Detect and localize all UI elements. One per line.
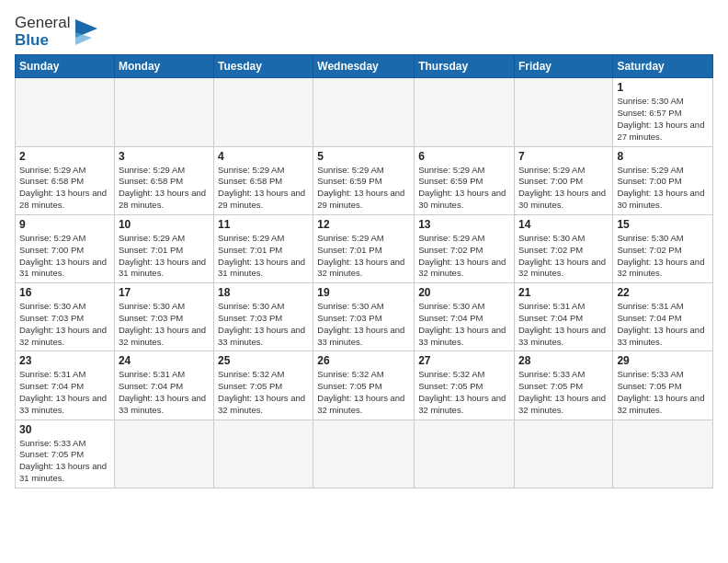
calendar-cell: 16Sunrise: 5:30 AM Sunset: 7:03 PM Dayli… [16, 283, 115, 351]
calendar-week-row: 9Sunrise: 5:29 AM Sunset: 7:00 PM Daylig… [16, 214, 713, 282]
calendar-cell [114, 419, 213, 488]
calendar-cell: 18Sunrise: 5:30 AM Sunset: 7:03 PM Dayli… [214, 283, 313, 351]
day-number: 12 [317, 218, 410, 231]
calendar-cell: 9Sunrise: 5:29 AM Sunset: 7:00 PM Daylig… [16, 214, 115, 282]
calendar-cell: 30Sunrise: 5:33 AM Sunset: 7:05 PM Dayli… [16, 419, 115, 488]
day-info: Sunrise: 5:33 AM Sunset: 7:05 PM Dayligh… [617, 369, 709, 416]
day-info: Sunrise: 5:31 AM Sunset: 7:04 PM Dayligh… [518, 301, 609, 348]
day-number: 18 [218, 286, 309, 299]
calendar-cell: 26Sunrise: 5:32 AM Sunset: 7:05 PM Dayli… [313, 351, 415, 419]
weekday-header-tuesday: Tuesday [214, 55, 313, 78]
logo: General Blue [15, 15, 105, 49]
calendar-cell: 5Sunrise: 5:29 AM Sunset: 6:59 PM Daylig… [313, 146, 415, 214]
day-number: 9 [19, 218, 110, 231]
calendar-cell: 24Sunrise: 5:31 AM Sunset: 7:04 PM Dayli… [114, 351, 213, 419]
calendar-week-row: 30Sunrise: 5:33 AM Sunset: 7:05 PM Dayli… [16, 419, 713, 488]
day-info: Sunrise: 5:29 AM Sunset: 6:59 PM Dayligh… [418, 165, 510, 212]
calendar-cell [313, 78, 415, 146]
day-info: Sunrise: 5:30 AM Sunset: 7:03 PM Dayligh… [218, 301, 309, 348]
day-info: Sunrise: 5:29 AM Sunset: 6:58 PM Dayligh… [19, 165, 110, 212]
day-info: Sunrise: 5:30 AM Sunset: 6:57 PM Dayligh… [617, 96, 709, 143]
day-number: 11 [218, 218, 309, 231]
day-number: 2 [19, 150, 110, 163]
day-number: 1 [617, 81, 709, 94]
day-info: Sunrise: 5:29 AM Sunset: 7:00 PM Dayligh… [518, 165, 609, 212]
day-info: Sunrise: 5:33 AM Sunset: 7:05 PM Dayligh… [19, 438, 110, 485]
day-number: 19 [317, 286, 410, 299]
day-info: Sunrise: 5:29 AM Sunset: 7:00 PM Dayligh… [19, 233, 110, 280]
calendar-cell: 4Sunrise: 5:29 AM Sunset: 6:58 PM Daylig… [214, 146, 313, 214]
calendar-cell [514, 78, 612, 146]
calendar-cell [214, 78, 313, 146]
day-info: Sunrise: 5:30 AM Sunset: 7:04 PM Dayligh… [418, 301, 510, 348]
calendar-cell [313, 419, 415, 488]
day-number: 23 [19, 354, 110, 367]
day-info: Sunrise: 5:29 AM Sunset: 6:58 PM Dayligh… [119, 165, 210, 212]
day-info: Sunrise: 5:30 AM Sunset: 7:03 PM Dayligh… [119, 301, 210, 348]
day-info: Sunrise: 5:31 AM Sunset: 7:04 PM Dayligh… [119, 369, 210, 416]
day-number: 8 [617, 150, 709, 163]
calendar-cell [214, 419, 313, 488]
day-info: Sunrise: 5:29 AM Sunset: 6:58 PM Dayligh… [218, 165, 309, 212]
calendar-cell: 12Sunrise: 5:29 AM Sunset: 7:01 PM Dayli… [313, 214, 415, 282]
day-number: 21 [518, 286, 609, 299]
calendar-cell: 6Sunrise: 5:29 AM Sunset: 6:59 PM Daylig… [415, 146, 515, 214]
day-number: 3 [119, 150, 210, 163]
day-number: 26 [317, 354, 410, 367]
calendar-cell: 29Sunrise: 5:33 AM Sunset: 7:05 PM Dayli… [613, 351, 713, 419]
calendar-cell: 20Sunrise: 5:30 AM Sunset: 7:04 PM Dayli… [415, 283, 515, 351]
generalblue-logo-icon [72, 16, 105, 49]
calendar-week-row: 23Sunrise: 5:31 AM Sunset: 7:04 PM Dayli… [16, 351, 713, 419]
calendar-cell: 19Sunrise: 5:30 AM Sunset: 7:03 PM Dayli… [313, 283, 415, 351]
calendar-cell: 3Sunrise: 5:29 AM Sunset: 6:58 PM Daylig… [114, 146, 213, 214]
calendar-cell [415, 419, 515, 488]
day-info: Sunrise: 5:33 AM Sunset: 7:05 PM Dayligh… [518, 369, 609, 416]
weekday-header-sunday: Sunday [16, 55, 115, 78]
weekday-header-row: SundayMondayTuesdayWednesdayThursdayFrid… [16, 55, 713, 78]
calendar-cell: 10Sunrise: 5:29 AM Sunset: 7:01 PM Dayli… [114, 214, 213, 282]
weekday-header-thursday: Thursday [415, 55, 515, 78]
day-info: Sunrise: 5:29 AM Sunset: 7:01 PM Dayligh… [119, 233, 210, 280]
calendar-cell [613, 419, 713, 488]
day-info: Sunrise: 5:32 AM Sunset: 7:05 PM Dayligh… [418, 369, 510, 416]
day-info: Sunrise: 5:29 AM Sunset: 7:02 PM Dayligh… [418, 233, 510, 280]
calendar-cell: 15Sunrise: 5:30 AM Sunset: 7:02 PM Dayli… [613, 214, 713, 282]
day-info: Sunrise: 5:30 AM Sunset: 7:03 PM Dayligh… [317, 301, 410, 348]
calendar-cell: 23Sunrise: 5:31 AM Sunset: 7:04 PM Dayli… [16, 351, 115, 419]
day-number: 7 [518, 150, 609, 163]
day-number: 6 [418, 150, 510, 163]
calendar-table: SundayMondayTuesdayWednesdayThursdayFrid… [15, 54, 713, 488]
day-number: 30 [19, 423, 110, 436]
day-info: Sunrise: 5:29 AM Sunset: 6:59 PM Dayligh… [317, 165, 410, 212]
calendar-cell: 17Sunrise: 5:30 AM Sunset: 7:03 PM Dayli… [114, 283, 213, 351]
calendar-cell [514, 419, 612, 488]
day-number: 4 [218, 150, 309, 163]
calendar-cell: 13Sunrise: 5:29 AM Sunset: 7:02 PM Dayli… [415, 214, 515, 282]
day-number: 15 [617, 218, 709, 231]
day-number: 24 [119, 354, 210, 367]
day-number: 27 [418, 354, 510, 367]
calendar-cell [415, 78, 515, 146]
day-info: Sunrise: 5:29 AM Sunset: 7:01 PM Dayligh… [317, 233, 410, 280]
calendar-cell: 27Sunrise: 5:32 AM Sunset: 7:05 PM Dayli… [415, 351, 515, 419]
day-number: 5 [317, 150, 410, 163]
day-info: Sunrise: 5:30 AM Sunset: 7:02 PM Dayligh… [617, 233, 709, 280]
day-number: 13 [418, 218, 510, 231]
weekday-header-friday: Friday [514, 55, 612, 78]
calendar-cell [114, 78, 213, 146]
day-number: 29 [617, 354, 709, 367]
day-number: 14 [518, 218, 609, 231]
header: General Blue [15, 15, 713, 49]
calendar-cell: 28Sunrise: 5:33 AM Sunset: 7:05 PM Dayli… [514, 351, 612, 419]
day-info: Sunrise: 5:31 AM Sunset: 7:04 PM Dayligh… [19, 369, 110, 416]
day-number: 20 [418, 286, 510, 299]
day-info: Sunrise: 5:31 AM Sunset: 7:04 PM Dayligh… [617, 301, 709, 348]
calendar-cell: 22Sunrise: 5:31 AM Sunset: 7:04 PM Dayli… [613, 283, 713, 351]
day-number: 28 [518, 354, 609, 367]
weekday-header-wednesday: Wednesday [313, 55, 415, 78]
weekday-header-monday: Monday [114, 55, 213, 78]
calendar-cell: 7Sunrise: 5:29 AM Sunset: 7:00 PM Daylig… [514, 146, 612, 214]
day-info: Sunrise: 5:30 AM Sunset: 7:02 PM Dayligh… [518, 233, 609, 280]
calendar-cell: 11Sunrise: 5:29 AM Sunset: 7:01 PM Dayli… [214, 214, 313, 282]
calendar-cell: 21Sunrise: 5:31 AM Sunset: 7:04 PM Dayli… [514, 283, 612, 351]
